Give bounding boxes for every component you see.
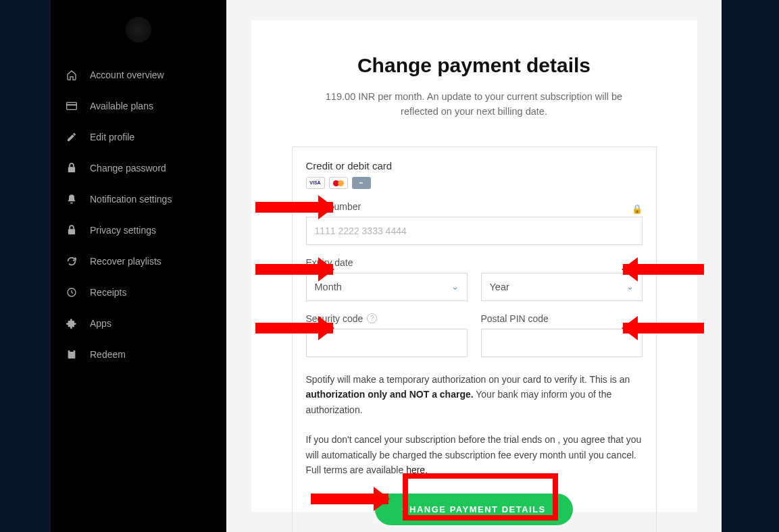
sidebar-item-notification-settings[interactable]: Notification settings xyxy=(51,184,226,215)
sidebar-item-change-password[interactable]: Change password xyxy=(51,153,226,184)
postal-label: Postal PIN code xyxy=(481,313,643,324)
card-logos: VISA •• xyxy=(306,177,643,189)
puzzle-icon xyxy=(66,317,78,329)
rupay-icon: •• xyxy=(352,177,371,189)
card-icon xyxy=(66,100,78,112)
sidebar-item-label: Notification settings xyxy=(90,194,172,205)
annotation-arrow xyxy=(623,264,704,275)
expiry-year-value: Year xyxy=(490,282,509,292)
sidebar-item-receipts[interactable]: Receipts xyxy=(51,277,226,308)
svg-rect-1 xyxy=(67,104,77,105)
lock-icon xyxy=(66,162,78,174)
card-number-input[interactable] xyxy=(306,217,643,245)
annotation-arrow xyxy=(255,202,333,213)
sidebar-item-label: Redeem xyxy=(90,349,126,360)
sidebar-item-apps[interactable]: Apps xyxy=(51,308,226,339)
mastercard-icon xyxy=(329,177,348,189)
annotation-arrow xyxy=(311,494,388,504)
terms-link[interactable]: here. xyxy=(406,464,428,475)
bell-icon xyxy=(66,193,78,205)
sidebar-item-label: Privacy settings xyxy=(90,225,156,236)
payment-form: Credit or debit card VISA •• Card number… xyxy=(292,147,657,532)
annotation-arrow xyxy=(255,264,333,275)
lock-icon xyxy=(66,224,78,236)
avatar[interactable] xyxy=(126,17,151,43)
change-payment-button[interactable]: CHANGE PAYMENT DETAILS xyxy=(375,494,573,525)
sidebar: Account overview Available plans Edit pr… xyxy=(51,0,226,532)
page-subtitle: 119.00 INR per month. An update to your … xyxy=(326,89,623,119)
sidebar-item-account-overview[interactable]: Account overview xyxy=(51,59,226,90)
annotation-arrow xyxy=(255,323,333,334)
svg-rect-0 xyxy=(67,103,77,110)
home-icon xyxy=(66,69,78,81)
sidebar-item-privacy-settings[interactable]: Privacy settings xyxy=(51,215,226,246)
authorization-disclosure: Spotify will make a temporary authorizat… xyxy=(306,372,643,417)
sidebar-item-redeem[interactable]: Redeem xyxy=(51,339,226,370)
sidebar-item-label: Change password xyxy=(90,163,166,174)
help-icon[interactable]: ? xyxy=(367,313,377,323)
ticket-icon xyxy=(66,348,78,361)
sidebar-item-recover-playlists[interactable]: Recover playlists xyxy=(51,246,226,277)
terms-disclosure: If you don't cancel your subscription be… xyxy=(306,432,643,477)
visa-icon: VISA xyxy=(306,177,325,189)
lock-icon: 🔒 xyxy=(632,204,643,214)
sidebar-item-label: Receipts xyxy=(90,287,126,298)
sidebar-item-label: Edit profile xyxy=(90,132,134,142)
refresh-icon xyxy=(66,255,78,267)
page-title: Change payment details xyxy=(292,54,657,77)
svg-rect-2 xyxy=(68,167,75,172)
sidebar-item-label: Available plans xyxy=(90,101,153,111)
sidebar-item-label: Recover playlists xyxy=(90,256,161,267)
expiry-month-value: Month xyxy=(315,282,342,292)
sidebar-item-available-plans[interactable]: Available plans xyxy=(51,90,226,122)
svg-rect-3 xyxy=(68,229,75,234)
pencil-icon xyxy=(66,131,78,143)
clock-icon xyxy=(66,286,78,298)
chevron-down-icon: ⌄ xyxy=(626,282,634,292)
annotation-arrow xyxy=(623,323,704,334)
postal-input[interactable] xyxy=(481,329,643,357)
expiry-label: Expiry date xyxy=(306,257,643,268)
card-section-label: Credit or debit card xyxy=(306,160,643,171)
avatar-slot xyxy=(51,7,226,59)
sidebar-item-label: Account overview xyxy=(90,70,164,80)
sidebar-item-label: Apps xyxy=(90,318,111,329)
svg-rect-6 xyxy=(70,350,73,352)
sidebar-item-edit-profile[interactable]: Edit profile xyxy=(51,122,226,153)
chevron-down-icon: ⌄ xyxy=(451,282,459,292)
expiry-year-select[interactable]: Year ⌄ xyxy=(481,273,643,301)
